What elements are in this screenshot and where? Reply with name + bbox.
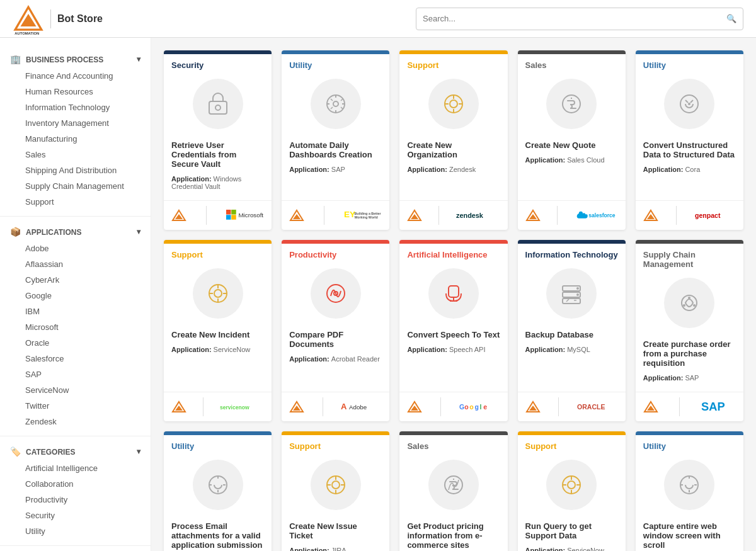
sidebar-item[interactable]: Finance And Accounting [0,68,151,84]
card-icon-area [193,79,243,129]
card-application: Application: SAP [289,166,382,173]
aa-logo [289,209,304,222]
card-productivity-pdf[interactable]: Productivity Compare PDF Documents Appli… [282,240,389,421]
sidebar-applications-header[interactable]: 📦APPLICATIONS ▾ [0,223,151,241]
sidebar-item[interactable]: Aflaassian [0,256,151,272]
card-utility-dashboards[interactable]: Utility Automate Daily Dashboards Creati… [282,50,389,230]
search-icon[interactable]: 🔍 [726,14,736,23]
sidebar-item[interactable]: Productivity [0,492,151,508]
card-title: Create New Organization [407,140,500,159]
svg-text:genpact: genpact [695,212,721,219]
card-body: Get Product pricing information from e-c… [399,516,507,551]
card-footer: genpact [636,200,743,230]
card-icon-area [546,460,597,510]
sidebar-item[interactable]: Supply Chain Management [0,178,151,194]
svg-rect-9 [231,210,236,215]
footer-divider [203,397,203,416]
svg-text:G: G [459,403,464,411]
svg-point-14 [333,101,338,106]
automation-anywhere-logo: AUTOMATION ANYWHERE [13,3,44,35]
sidebar-business-process-header[interactable]: 🏢BUSINESS PROCESS ▾ [0,50,151,68]
card-support-organization[interactable]: Support Create New Organization Applicat… [399,50,507,230]
svg-point-21 [450,100,457,108]
aa-logo [407,209,422,222]
partner-logo: EY Building a Better Working World [344,207,382,224]
sidebar-item[interactable]: Twitter [0,398,151,414]
footer-divider [438,206,439,225]
card-ai-speech[interactable]: Artificial Intelligence Convert Speech T… [399,240,507,421]
card-utility-email[interactable]: Utility Process Email attachments for a … [164,431,272,551]
aa-logo [407,400,422,413]
card-sales-quote[interactable]: Sales Create New Quote Application: Sale… [518,50,626,230]
applications-icon: 📦 [10,227,21,237]
card-security-vault[interactable]: Security Retrieve User Credentials from … [164,50,272,230]
partner-logo: servicenow [220,400,264,413]
aa-logo [643,400,658,413]
sidebar-item[interactable]: Adobe [0,241,151,256]
footer-divider [679,397,680,416]
sidebar-item[interactable]: Artificial Intelligence [0,460,151,476]
sidebar-item[interactable]: Information Technology [0,99,151,115]
sidebar-item[interactable]: Utility [0,523,151,539]
sidebar-item[interactable]: Zendesk [0,414,151,429]
sidebar-item[interactable]: CyberArk [0,272,151,288]
card-icon-area [311,460,361,510]
sidebar-item[interactable]: Human Resources [0,84,151,99]
card-support-query[interactable]: Support Run Query to get Support Data Ap… [518,431,626,551]
footer-divider [323,397,323,416]
card-title: Convert Unstructured Data to Structured … [643,140,736,159]
sidebar-item[interactable]: Collaboration [0,476,151,492]
card-it-database[interactable]: Information Technology Backup Database A… [518,240,626,421]
svg-text:salesforce: salesforce [588,212,616,219]
sidebar-item[interactable]: Sales [0,147,151,162]
search-bar[interactable]: 🔍 [416,8,743,30]
card-footer: salesforce [518,200,626,230]
card-title: Process Email attachments for a valid ap… [171,521,264,550]
sidebar-item[interactable]: Microsoft [0,319,151,335]
card-utility-unstructured[interactable]: Utility Convert Unstructured Data to Str… [636,50,743,230]
svg-text:A: A [341,402,347,411]
card-category-label: Support [164,244,272,262]
partner-logo: zendesk [456,209,500,222]
sidebar-item[interactable]: Security [0,508,151,523]
svg-text:g: g [474,403,478,411]
svg-text:Working World: Working World [355,215,378,219]
sidebar-item[interactable]: Inventory Management [0,115,151,131]
card-category-label: Utility [636,435,743,453]
card-title: Retrieve User Credentials from Secure Va… [171,140,264,169]
card-icon-area [428,268,479,319]
card-footer: zendesk [399,200,507,230]
sidebar-item[interactable]: ServiceNow [0,382,151,398]
card-category-label: Information Technology [518,244,626,262]
card-utility-screenshot[interactable]: Utility Capture entire web window screen… [636,431,743,551]
aa-logo [171,209,186,222]
card-supply-chain-po[interactable]: Supply Chain Management Create purchase … [636,240,743,421]
main-layout: 🏢BUSINESS PROCESS ▾ Finance And Accounti… [0,38,756,551]
sidebar-item[interactable]: Shipping And Distribution [0,162,151,178]
sidebar-item[interactable]: Manufacturing [0,131,151,147]
sidebar-item[interactable]: IBM [0,304,151,319]
sidebar-item[interactable]: Google [0,288,151,304]
sidebar-item[interactable]: Oracle [0,335,151,351]
sidebar-item[interactable]: SAP [0,366,151,382]
card-body: Create purchase order from a purchase re… [636,334,743,392]
card-sales-pricing[interactable]: Sales Get Product pricing information fr… [399,431,507,551]
card-support-issue[interactable]: Support Create New Issue Ticket Applicat… [282,431,389,551]
aa-logo [525,400,541,413]
search-input[interactable] [423,14,726,23]
sidebar: 🏢BUSINESS PROCESS ▾ Finance And Accounti… [0,38,151,551]
sidebar-item[interactable]: Support [0,194,151,210]
sidebar-categories-header[interactable]: 🏷️CATEGORIES ▾ [0,443,151,460]
svg-point-58 [576,293,579,296]
card-title: Automate Daily Dashboards Creation [289,140,382,159]
svg-point-65 [683,304,685,307]
card-application: Application: SAP [643,374,736,382]
card-support-incident[interactable]: Support Create New Incident Application:… [164,240,272,421]
card-body: Compare PDF Documents Application: Acrob… [282,325,389,392]
card-icon-area [428,460,479,510]
svg-rect-56 [563,298,580,304]
card-application: Application: ServiceNow [525,547,618,551]
card-category-label: Supply Chain Management [636,244,743,271]
partner-logo: genpact [695,209,736,222]
sidebar-item[interactable]: Salesforce [0,351,151,366]
